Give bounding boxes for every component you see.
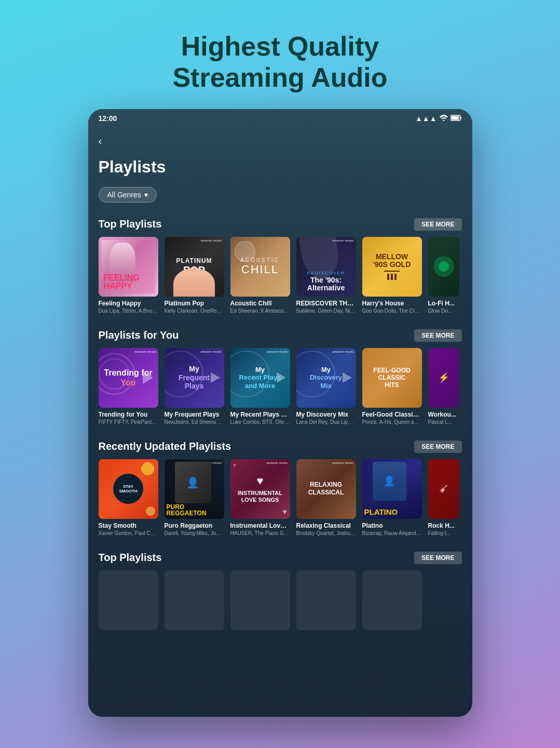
- page-title: Playlists: [88, 152, 472, 184]
- card-title: Acoustic Chill: [230, 300, 290, 307]
- svg-rect-2: [451, 116, 459, 119]
- playlist-card-placeholder-5[interactable]: [362, 570, 422, 633]
- card-sub: HAUSER, The Piano Guys,...: [230, 530, 290, 536]
- card-sub: Sublime, Green Day, Nirva...: [296, 308, 356, 314]
- top-playlists-bottom-row: [88, 570, 472, 633]
- card-sub: Prince, A-Ha, Queen and m...: [362, 419, 422, 425]
- playlist-thumb-discovery-mix: amazon music MyDiscoveryMix: [296, 348, 356, 408]
- card-title: My Discovery Mix: [296, 411, 356, 418]
- card-sub: Lana Del Rey, Dua Lipa, Jai...: [296, 419, 356, 425]
- battery-icon: [450, 114, 462, 123]
- card-sub: Kelly Clarkson, OneRepubli...: [165, 308, 224, 314]
- playlists-for-you-row: amazon music Trending forYou Trending fo…: [88, 348, 472, 425]
- playlist-card-placeholder-2[interactable]: [165, 570, 224, 633]
- playlist-card-placeholder-3[interactable]: [230, 570, 290, 633]
- playlist-card-harrys-house[interactable]: MELLOW'90S GOLD Harry's House Goo Goo Do…: [362, 237, 422, 314]
- card-title: Harry's House: [362, 300, 422, 307]
- card-title: Puro Reggaeton: [165, 522, 224, 529]
- playlist-thumb-relaxing-classical: amazon music RELAXINGCLASSICAL: [296, 459, 356, 519]
- playlists-for-you-title: Playlists for You: [99, 329, 179, 341]
- playlist-card-placeholder-4[interactable]: [296, 570, 356, 633]
- playlist-thumb-p5: [362, 570, 422, 630]
- card-sub: Xavier Gordon, Paul Cherry...: [99, 530, 158, 536]
- playlist-card-acoustic-chill[interactable]: amazon music ACOUSTIC CHILL Acoustic Chi…: [230, 237, 290, 314]
- top-playlists-row: amazon music FEELINGHAPPY Feeling Happy …: [88, 237, 472, 314]
- playlist-card-feel-good[interactable]: FEEL-GOODCLASSICHITS Feel-Good Classic H…: [362, 348, 422, 425]
- playlist-thumb-harrys-house: MELLOW'90S GOLD: [362, 237, 422, 297]
- playlist-card-stay-smooth[interactable]: STAYSMOOTH Stay Smooth Xavier Gordon, Pa…: [99, 459, 158, 536]
- playlist-thumb-feel-good: FEEL-GOODCLASSICHITS: [362, 348, 422, 408]
- playlist-card-relaxing-classical[interactable]: amazon music RELAXINGCLASSICAL Relaxing …: [296, 459, 356, 536]
- svg-point-0: [443, 119, 444, 121]
- playlist-thumb-recent-plays: amazon music MyRecent Playsand More: [230, 348, 290, 408]
- top-playlists-bottom-title: Top Playlists: [99, 552, 162, 564]
- top-playlists-header: Top Playlists SEE MORE: [88, 216, 472, 237]
- top-playlists-bottom-header: Top Playlists SEE MORE: [88, 549, 472, 570]
- recently-updated-see-more[interactable]: SEE MORE: [414, 440, 461, 453]
- top-playlists-bottom-see-more[interactable]: SEE MORE: [414, 552, 461, 564]
- card-title: My Frequent Plays: [165, 411, 224, 418]
- genre-filter-button[interactable]: All Genres ▾: [99, 187, 157, 203]
- recently-updated-section: Recently Updated Playlists SEE MORE STAY…: [88, 433, 472, 544]
- device-frame: 12:00 ▲▲▲ ‹: [88, 109, 472, 717]
- back-button[interactable]: ‹: [88, 130, 472, 152]
- filter-bar: All Genres ▾: [88, 184, 472, 210]
- card-sub: Glow Do...: [428, 308, 459, 314]
- playlist-card-platino[interactable]: 👤 PLATINO Platino Bizarrap, Rauw Alejand…: [362, 459, 422, 536]
- card-title: REDISCOVER THE '90s:...: [296, 300, 356, 307]
- playlist-thumb-p1: [99, 570, 158, 630]
- playlist-card-feeling-happy[interactable]: amazon music FEELINGHAPPY Feeling Happy …: [99, 237, 158, 314]
- playlist-card-recent-plays[interactable]: amazon music MyRecent Playsand More My R…: [230, 348, 290, 425]
- genre-filter-label: All Genres: [107, 191, 141, 199]
- playlist-thumb-instrumental: amazon music ♥ INSTRUMENTALLOVE SONGS ♥ …: [230, 459, 290, 519]
- card-title: Feel-Good Classic Hits: [362, 411, 422, 418]
- card-title: Platinum Pop: [165, 300, 224, 307]
- playlist-thumb-trending: amazon music Trending forYou: [99, 348, 158, 408]
- chevron-down-icon: ▾: [144, 191, 148, 199]
- hero-section: Highest Quality Streaming Audio: [172, 0, 387, 109]
- playlist-card-trending[interactable]: amazon music Trending forYou Trending fo…: [99, 348, 158, 425]
- card-title: Stay Smooth: [99, 522, 158, 529]
- card-title: Trending for You: [99, 411, 158, 418]
- app-content[interactable]: ‹ Playlists All Genres ▾ Top Playlists S…: [88, 109, 472, 717]
- recently-updated-title: Recently Updated Playlists: [99, 440, 231, 452]
- status-icons: ▲▲▲: [415, 114, 462, 123]
- playlist-thumb-p4: [296, 570, 356, 630]
- playlist-thumb-acoustic-chill: amazon music ACOUSTIC CHILL: [230, 237, 290, 297]
- card-title: Rock H...: [428, 522, 459, 529]
- card-sub: Luke Combs, BTS, Olivia Ro...: [230, 419, 290, 425]
- card-sub: Brodsky Quartet, Joshua B...: [296, 530, 356, 536]
- card-sub: NewJeans, Ed Sheeran, Tay...: [165, 419, 224, 425]
- playlist-card-platinum-pop[interactable]: amazon music PLATINUM POP Platinum Pop K…: [165, 237, 224, 314]
- playlist-card-frequent-plays[interactable]: amazon music MyFrequentPlays My Frequent…: [165, 348, 224, 425]
- card-title: Lo-Fi H...: [428, 300, 459, 307]
- playlist-thumb-platinum-pop: amazon music PLATINUM POP: [165, 237, 224, 297]
- playlist-thumb-stay-smooth: STAYSMOOTH: [99, 459, 158, 519]
- playlist-card-lofi[interactable]: Lo-Fi H... Glow Do...: [428, 237, 459, 314]
- playlist-thumb-workout: ⚡: [428, 348, 459, 408]
- playlist-thumb-feeling-happy: amazon music FEELINGHAPPY: [99, 237, 158, 297]
- top-playlists-see-more[interactable]: SEE MORE: [414, 218, 461, 231]
- card-sub: Falling I...: [428, 530, 459, 536]
- hero-title: Highest Quality Streaming Audio: [172, 31, 387, 94]
- top-playlists-title: Top Playlists: [99, 218, 162, 230]
- playlist-card-discovery-mix[interactable]: amazon music MyDiscoveryMix My Discovery…: [296, 348, 356, 425]
- recently-updated-header: Recently Updated Playlists SEE MORE: [88, 438, 472, 459]
- card-title: Platino: [362, 522, 422, 529]
- playlist-card-puro-reggaeton[interactable]: amazon music 👤 PUROREGGAETON Puro Reggae…: [165, 459, 224, 536]
- playlist-card-workout[interactable]: ⚡ Workou... Pascal L...: [428, 348, 459, 425]
- playlist-card-rock[interactable]: 🎸 Rock H... Falling I...: [428, 459, 459, 536]
- playlists-for-you-see-more[interactable]: SEE MORE: [414, 329, 461, 342]
- time-display: 12:00: [99, 114, 117, 123]
- card-title: My Recent Plays and M...: [230, 411, 290, 418]
- card-sub: Goo Goo Dolls, The Cranbe...: [362, 308, 422, 314]
- card-title: Relaxing Classical: [296, 522, 356, 529]
- playlist-card-instrumental[interactable]: amazon music ♥ INSTRUMENTALLOVE SONGS ♥ …: [230, 459, 290, 536]
- top-playlists-section: Top Playlists SEE MORE amazon music FEEL…: [88, 210, 472, 322]
- playlist-thumb-p3: [230, 570, 290, 630]
- playlists-for-you-header: Playlists for You SEE MORE: [88, 327, 472, 348]
- signal-icon: ▲▲▲: [415, 114, 437, 123]
- playlist-thumb-rock: 🎸: [428, 459, 459, 519]
- playlist-card-placeholder-1[interactable]: [99, 570, 158, 633]
- playlist-card-90s-alt[interactable]: amazon music REDISCOVER The '90s:Alterna…: [296, 237, 356, 314]
